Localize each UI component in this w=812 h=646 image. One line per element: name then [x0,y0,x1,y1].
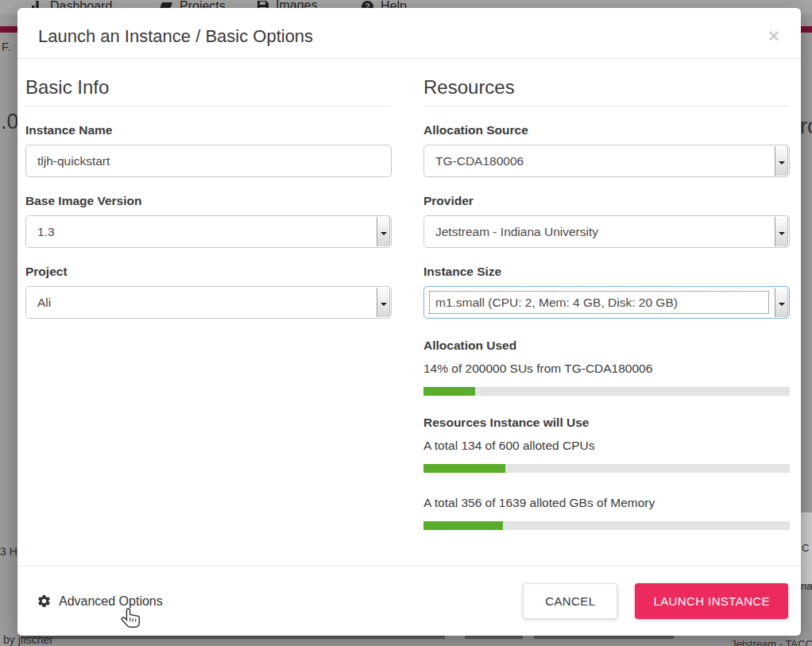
select-value: m1.small (CPU: 2, Mem: 4 GB, Disk: 20 GB… [426,288,772,317]
advanced-options-button[interactable]: Advanced Options [37,594,163,609]
advanced-options-label: Advanced Options [59,594,163,609]
cpu-usage-progress [423,464,790,473]
bg-text-fragment: na [801,580,812,592]
modal-header: Launch an Instance / Basic Options ✕ [17,8,801,59]
select-value: TG-CDA180006 [424,145,774,176]
basic-info-heading: Basic Info [25,76,392,106]
modal-footer: Advanced Options CANCEL LAUNCH INSTANCE [17,566,801,636]
chevron-down-icon [775,146,788,176]
chevron-down-icon [377,217,390,246]
bg-text-fragment: 3 H [0,545,17,558]
project-label: Project [25,265,392,279]
base-image-version-select[interactable]: 1.3 [25,215,392,248]
progress-fill [423,387,475,396]
project-select[interactable]: Ali [25,286,392,319]
memory-usage-progress [423,521,790,530]
modal-body: Basic Info Instance Name Base Image Vers… [17,59,801,566]
allocation-source-label: Allocation Source [423,123,790,137]
instance-name-input[interactable] [25,145,392,177]
resources-usage-heading: Resources Instance will Use [423,416,790,430]
launch-instance-modal: Launch an Instance / Basic Options ✕ Bas… [17,8,801,636]
hand-cursor-icon [121,607,142,632]
resources-column: Resources Allocation Source TG-CDA180006… [423,59,790,566]
bg-heading-fragment: .0 [1,110,19,134]
bg-text-fragment: F. [2,40,11,53]
base-image-version-label: Base Image Version [25,194,392,208]
basic-info-column: Basic Info Instance Name Base Image Vers… [25,59,392,566]
chevron-down-icon [775,217,788,246]
bg-provider-text: Jetstream - TACC [731,638,812,646]
modal-title: Launch an Instance / Basic Options [38,26,780,47]
gear-icon [37,594,52,609]
allocation-source-select[interactable]: TG-CDA180006 [423,145,790,177]
select-value: 1.3 [26,216,376,247]
provider-label: Provider [423,194,790,208]
chevron-down-icon [775,288,788,317]
allocation-used-heading: Allocation Used [423,338,790,353]
close-icon[interactable]: ✕ [768,29,780,44]
chevron-down-icon [377,288,390,317]
bg-text-fragment: C [802,542,809,554]
launch-instance-button[interactable]: LAUNCH INSTANCE [635,583,788,619]
instance-size-label: Instance Size [423,265,790,279]
select-value: Ali [26,287,376,318]
allocation-used-text: 14% of 200000 SUs from TG-CDA180006 [423,362,790,376]
provider-select[interactable]: Jetstream - Indiana University [423,215,790,248]
allocation-used-progress [423,387,790,396]
bg-heading-fragment: ro [800,114,812,139]
resources-heading: Resources [423,76,790,106]
memory-usage-text: A total 356 of 1639 alloted GBs of Memor… [423,496,790,510]
progress-fill [423,521,503,530]
cpu-usage-text: A total 134 of 600 alloted CPUs [423,439,790,453]
select-value: Jetstream - Indiana University [424,216,774,247]
cancel-button[interactable]: CANCEL [523,583,617,619]
instance-name-label: Instance Name [25,123,392,137]
progress-fill [423,464,505,473]
instance-size-select[interactable]: m1.small (CPU: 2, Mem: 4 GB, Disk: 20 GB… [423,286,790,319]
